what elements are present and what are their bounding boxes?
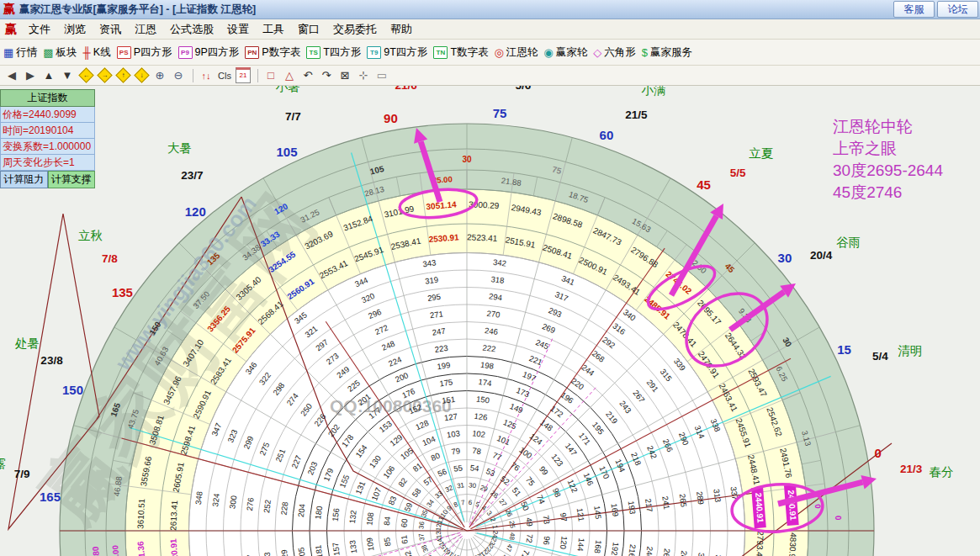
p-square-button-label: P四方形	[134, 45, 172, 60]
hexagon-button[interactable]: ◇六角形	[593, 45, 636, 60]
calendar-button[interactable]: 21	[235, 67, 252, 83]
p-square-button[interactable]: PSP四方形	[117, 45, 172, 60]
menu-bar: 赢 文件浏览资讯江恩公式选股设置工具窗口交易委托帮助	[0, 19, 980, 40]
dollar-icon: $	[642, 46, 648, 59]
svg-text:300: 300	[227, 495, 238, 509]
9p-square-button[interactable]: P99P四方形	[178, 45, 240, 60]
svg-text:84: 84	[382, 516, 392, 526]
menu-设置[interactable]: 设置	[220, 20, 256, 39]
rotate-ccw-button[interactable]: ↶	[299, 67, 316, 83]
info-row-0: 价格=2440.9099	[0, 107, 95, 123]
winner-wheel-button[interactable]: ◉赢家轮	[543, 45, 587, 60]
shift-up-button[interactable]: ↑	[114, 67, 131, 83]
menu-浏览[interactable]: 浏览	[57, 20, 93, 39]
up-button[interactable]: ▲	[40, 67, 57, 83]
screen-button[interactable]: ▭	[373, 67, 390, 83]
shift-left-button-icon: ←	[78, 67, 93, 82]
down-button[interactable]: ▼	[59, 67, 76, 83]
menu-江恩[interactable]: 江恩	[128, 20, 163, 39]
svg-text:54: 54	[469, 463, 479, 473]
window-title: 赢家江恩专业版[赢家服务平台] - [上证指数 江恩轮]	[19, 3, 256, 17]
svg-text:30: 30	[778, 251, 792, 265]
cls-button[interactable]: Cls	[216, 67, 233, 83]
shift-right-button[interactable]: →	[96, 67, 113, 83]
9p-square-button-label: 9P四方形	[195, 45, 240, 60]
kline-button[interactable]: ╫K线	[83, 45, 111, 60]
winner-wheel-button-label: 赢家轮	[556, 45, 588, 60]
center-button[interactable]: ⊹	[355, 67, 372, 83]
svg-text:180: 180	[313, 506, 324, 520]
delete-box-button[interactable]: ⊠	[336, 67, 353, 83]
zoom-in-button[interactable]: ⊕	[151, 67, 168, 83]
p-table-button[interactable]: PNP数字表	[245, 45, 300, 60]
svg-text:7/9: 7/9	[14, 468, 30, 480]
sectors-button[interactable]: ▩板块	[43, 45, 77, 60]
svg-text:37: 37	[417, 532, 426, 542]
svg-text:312: 312	[696, 553, 707, 556]
sectors-button-label: 板块	[56, 45, 77, 60]
svg-text:174: 174	[478, 377, 492, 388]
svg-text:271: 271	[429, 309, 443, 320]
menu-窗口[interactable]: 窗口	[291, 20, 326, 39]
svg-text:78: 78	[472, 446, 482, 456]
hexagon-icon: ◇	[593, 46, 601, 59]
ps-badge-icon: PS	[117, 46, 131, 59]
menu-工具[interactable]: 工具	[256, 20, 291, 39]
zoom-out-button[interactable]: ⊖	[170, 67, 187, 83]
svg-text:5/4: 5/4	[872, 350, 888, 363]
svg-text:313: 313	[712, 489, 723, 503]
calc-support-button[interactable]: 计算支撑	[48, 171, 96, 188]
svg-text:216: 216	[627, 544, 638, 556]
svg-text:168: 168	[593, 540, 604, 554]
svg-text:135: 135	[112, 285, 133, 299]
svg-text:7/8: 7/8	[102, 252, 118, 265]
shift-left-button[interactable]: ←	[77, 67, 94, 83]
rotate-cw-button[interactable]: ↷	[318, 67, 335, 83]
svg-text:132: 132	[347, 510, 358, 524]
svg-text:3610.51: 3610.51	[135, 498, 146, 529]
menu-帮助[interactable]: 帮助	[384, 20, 419, 39]
p9-badge-icon: P9	[178, 46, 193, 59]
svg-text:立夏: 立夏	[749, 146, 774, 160]
gann-wheel-button[interactable]: ◎江恩轮	[495, 45, 538, 60]
menu-资讯[interactable]: 资讯	[93, 20, 128, 39]
svg-text:25: 25	[508, 520, 516, 529]
svg-text:清明: 清明	[898, 344, 922, 357]
svg-text:294: 294	[489, 291, 503, 302]
square-tool-button[interactable]: □	[262, 67, 279, 83]
svg-text:289: 289	[695, 490, 706, 505]
9t-square-button[interactable]: T99T四方形	[367, 45, 427, 60]
calc-resistance-button[interactable]: 计算阻力	[0, 171, 48, 188]
svg-text:199: 199	[437, 360, 451, 371]
svg-text:150: 150	[62, 383, 83, 397]
svg-text:2793.41: 2793.41	[755, 531, 765, 556]
updown-button[interactable]: ↑↓	[198, 67, 215, 83]
shift-down-button[interactable]: ↓	[133, 67, 150, 83]
menu-交易委托[interactable]: 交易委托	[326, 20, 384, 39]
quotes-button[interactable]: ▦行情	[3, 45, 37, 60]
svg-text:49: 49	[524, 517, 534, 527]
tn-badge-icon: TN	[433, 46, 448, 59]
wheel-annotation-text: 江恩轮中轮上帝之眼30度2695-264445度2746	[833, 116, 943, 204]
svg-text:96: 96	[542, 536, 552, 546]
t-square-button[interactable]: TST四方形	[306, 45, 361, 60]
svg-text:23/7: 23/7	[181, 169, 203, 182]
hexagon-button-label: 六角形	[604, 45, 636, 60]
service2-button[interactable]: $赢家服务	[642, 45, 692, 60]
svg-text:12: 12	[435, 522, 443, 531]
t-table-button[interactable]: TNT数字表	[433, 45, 488, 60]
info-row-1: 时间=20190104	[0, 123, 95, 139]
svg-text:252: 252	[262, 499, 273, 513]
svg-text:175: 175	[439, 377, 453, 388]
main-toolbar: ▦行情▩板块╫K线PSP四方形P99P四方形PNP数字表TST四方形T99T四方…	[0, 40, 980, 66]
menu-公式选股[interactable]: 公式选股	[163, 20, 220, 39]
forum-button[interactable]: 论坛	[937, 1, 978, 18]
service-button[interactable]: 客服	[893, 1, 935, 18]
menu-文件[interactable]: 文件	[22, 20, 57, 39]
svg-text:0: 0	[834, 516, 843, 521]
triangle-tool-button[interactable]: △	[281, 67, 298, 83]
forward-button[interactable]: ▶	[22, 67, 39, 83]
back-button[interactable]: ◀	[3, 67, 20, 83]
svg-text:105: 105	[277, 145, 298, 159]
svg-text:50.00: 50.00	[110, 545, 121, 556]
